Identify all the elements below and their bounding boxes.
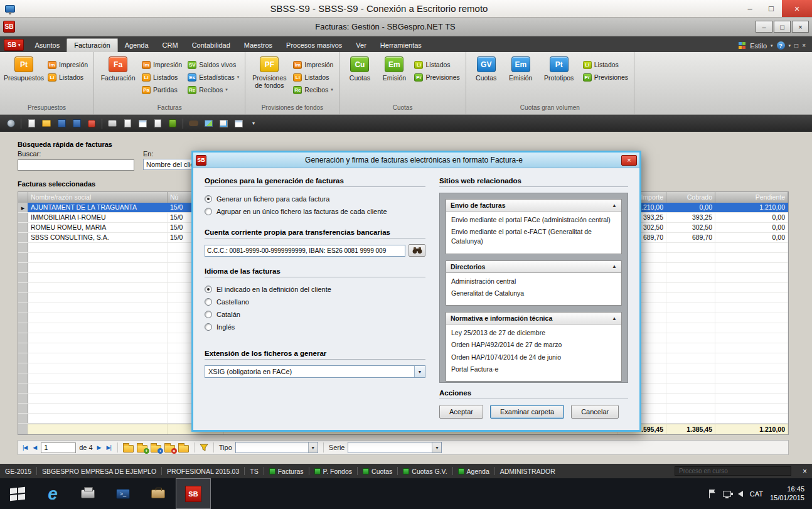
card-header-normativa[interactable]: Normativa e información técnica ▲ <box>446 313 621 324</box>
folder-plain-button[interactable] <box>178 443 189 453</box>
column-header-pendiente[interactable]: Pendiente <box>715 192 788 203</box>
remote-app-taskbar-button[interactable]: >_ <box>105 478 141 509</box>
row-selector[interactable]: ▶ <box>18 233 28 242</box>
start-button[interactable] <box>0 478 35 509</box>
tab-crm[interactable]: CRM <box>156 39 185 52</box>
row-selector[interactable]: ▶ <box>18 203 28 212</box>
ribbon-button-gv-emision[interactable]: Em Emisión <box>505 55 537 82</box>
ribbon-button-impresion-provisiones[interactable]: Im Impresión <box>292 60 334 70</box>
ribbon-button-listados-provisiones[interactable]: Li Listados <box>292 72 334 82</box>
link-efact[interactable]: Envio mediante el portal e-FACT (General… <box>451 227 616 246</box>
radio-fichero-por-factura[interactable]: Generar un fichero para cada factura <box>205 193 425 205</box>
rdp-close-button[interactable]: × <box>782 0 812 17</box>
ribbon-button-facturacion[interactable]: Fa Facturación <box>99 55 137 82</box>
last-record-button[interactable]: ▶| <box>105 444 112 451</box>
radio-idioma-cliente[interactable]: El indicado en la definición del cliente <box>205 283 425 296</box>
print-icon[interactable] <box>106 117 119 130</box>
statusbar-close-icon[interactable]: × <box>803 467 807 476</box>
folder-move-button[interactable]: › <box>151 443 161 453</box>
app-close-button[interactable]: × <box>792 21 809 33</box>
copy-icon[interactable] <box>151 117 164 130</box>
radio-agrupar-por-cliente[interactable]: Agrupar en un único fichero las facturas… <box>205 205 425 218</box>
new-document-icon[interactable] <box>25 117 38 130</box>
ribbon-button-gv-cuotas[interactable]: GV Cuotas <box>471 55 502 82</box>
ribbon-button-saldos-vivos[interactable]: SV Saldos vivos <box>186 60 240 70</box>
ribbon-float-icon[interactable]: □ <box>794 42 798 49</box>
ribbon-close-icon[interactable]: × <box>802 42 806 49</box>
delete-record-icon[interactable] <box>85 117 98 130</box>
buscar-cuenta-button[interactable] <box>409 244 425 257</box>
toolbar-options-icon[interactable]: ▾ <box>247 117 260 130</box>
search-input[interactable] <box>18 159 134 171</box>
clock[interactable]: 16:45 15/01/2015 <box>770 485 804 503</box>
volume-icon[interactable] <box>738 491 743 497</box>
ribbon-button-listados-facturas[interactable]: Li Listados <box>141 72 183 82</box>
tab-maestros[interactable]: Maestros <box>237 39 279 52</box>
link-generalitat[interactable]: Generalitat de Catalunya <box>451 289 616 298</box>
ribbon-button-provisiones[interactable]: PF Provisiones de fondos <box>250 55 289 89</box>
archive-taskbar-button[interactable] <box>141 478 176 509</box>
record-number-input[interactable] <box>41 442 76 453</box>
connection-status-icon[interactable] <box>4 117 17 130</box>
sbss-taskbar-button[interactable]: SB <box>176 478 211 509</box>
rdp-minimize-button[interactable]: – <box>739 0 761 17</box>
ribbon-button-listados-gv[interactable]: Li Listados <box>582 60 629 70</box>
ribbon-button-impresion-presupuestos[interactable]: Im Impresión <box>46 60 89 70</box>
ribbon-button-previsiones-cuotas[interactable]: Pr Previsiones <box>413 72 461 82</box>
link-portal-factura-e[interactable]: Portal Factura-e <box>451 365 616 374</box>
ribbon-button-recibos-provisiones[interactable]: Re Recibos ▾ <box>292 85 334 95</box>
open-folder-icon[interactable] <box>40 117 53 130</box>
ribbon-button-cuotas[interactable]: Cu Cuotas <box>344 55 375 82</box>
app-minimize-button[interactable]: – <box>756 21 772 33</box>
link-ley-25-2013[interactable]: Ley 25/2013 de 27 de diciembre <box>451 328 616 338</box>
tab-facturacion[interactable]: Facturación <box>67 38 117 52</box>
ribbon-button-listados-cuotas[interactable]: Li Listados <box>413 60 461 70</box>
aceptar-button[interactable]: Aceptar <box>439 405 483 419</box>
link-orden-hap-492[interactable]: Orden HAP/492/2014 de 27 de marzo <box>451 340 616 350</box>
next-record-button[interactable]: ▶ <box>96 444 102 451</box>
save-icon[interactable] <box>55 117 68 130</box>
rdp-restore-button[interactable]: □ <box>761 0 782 17</box>
action-center-flag-icon[interactable] <box>709 490 716 498</box>
app-restore-button[interactable]: □ <box>774 21 791 33</box>
dialog-close-button[interactable]: × <box>621 155 637 166</box>
cancelar-button[interactable]: Cancelar <box>571 405 619 419</box>
ribbon-button-presupuestos[interactable]: Pt Presupuestos <box>4 55 43 82</box>
cut-icon[interactable] <box>136 117 149 130</box>
examinar-carpeta-button[interactable]: Examinar carpeta <box>490 405 564 419</box>
network-icon[interactable] <box>723 491 731 497</box>
tab-ver[interactable]: Ver <box>349 39 373 52</box>
filter-button[interactable] <box>200 443 208 452</box>
print-preview-icon[interactable] <box>121 117 134 130</box>
image-icon[interactable] <box>202 117 215 130</box>
tab-herramientas[interactable]: Herramientas <box>373 39 429 52</box>
tab-procesos-masivos[interactable]: Procesos masivos <box>279 39 349 52</box>
search-binoculars-icon[interactable] <box>187 117 200 130</box>
tab-contabilidad[interactable]: Contabilidad <box>185 39 237 52</box>
language-indicator[interactable]: CAT <box>750 490 763 498</box>
chevron-down-icon[interactable]: ▾ <box>789 43 791 48</box>
tab-agenda[interactable]: Agenda <box>118 39 156 52</box>
folder-open-button[interactable]: + <box>137 443 147 453</box>
export-excel-icon[interactable] <box>166 117 179 130</box>
tipo-combobox[interactable]: ▼ <box>235 442 318 453</box>
first-record-button[interactable]: |◀ <box>21 444 28 451</box>
column-header-cobrado[interactable]: Cobrado <box>666 192 715 203</box>
ribbon-button-emision-cuotas[interactable]: Em Emisión <box>378 55 410 82</box>
chevron-down-icon[interactable]: ▾ <box>771 43 773 48</box>
serie-combobox[interactable]: ▼ <box>348 442 442 453</box>
ribbon-button-partidas[interactable]: Pa Partidas <box>141 85 183 95</box>
folder-new-button[interactable] <box>123 443 134 453</box>
ribbon-button-estadisticas[interactable]: Es Estadísticas ▾ <box>186 72 240 82</box>
row-selector[interactable]: ▶ <box>18 223 28 232</box>
chart-icon[interactable] <box>217 117 230 130</box>
row-selector[interactable]: ▶ <box>18 213 28 222</box>
ribbon-button-listados-presupuestos[interactable]: Li Listados <box>46 72 89 82</box>
card-header-envio[interactable]: Envio de facturas ▲ <box>446 200 621 212</box>
radio-idioma-catalan[interactable]: Catalán <box>205 308 425 321</box>
link-admin-central[interactable]: Administración central <box>451 277 616 286</box>
link-face[interactable]: Envio mediante el portal FACe (administr… <box>451 215 616 225</box>
card-header-directorios[interactable]: Directorios ▲ <box>446 261 621 273</box>
ribbon-button-recibos-facturas[interactable]: Re Recibos ▾ <box>186 85 240 95</box>
ribbon-button-prototipos[interactable]: Pt Prototipos <box>540 55 579 82</box>
